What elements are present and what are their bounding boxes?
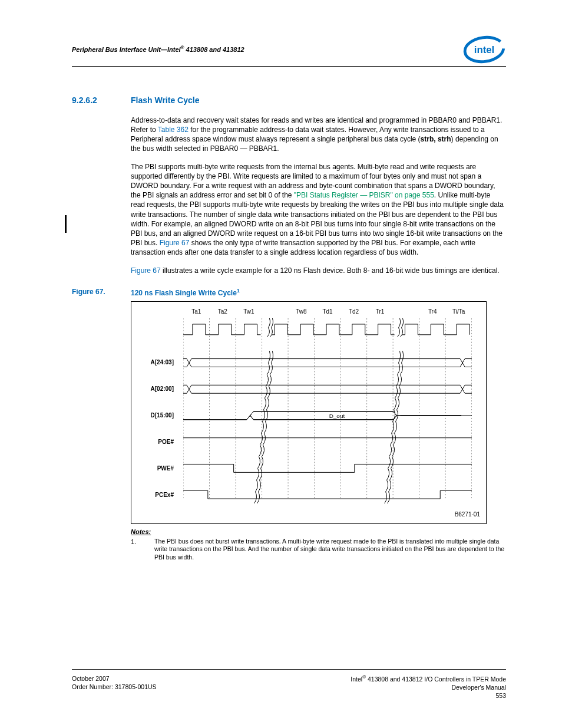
footer-page-num: 553	[351, 691, 506, 700]
tcol: Tr4	[419, 308, 446, 316]
footer-title: Intel® 413808 and 413812 I/O Controllers…	[351, 674, 506, 683]
running-head-post: 413808 and 413812	[184, 46, 244, 53]
footer-left: October 2007 Order Number: 317805-001US	[72, 674, 157, 700]
link-figure-67-a[interactable]: Figure 67	[160, 239, 190, 247]
signal-labels: A[24:03] A[02:00] D[15:00] POE# PWE# PCE…	[131, 318, 177, 523]
change-bar	[65, 215, 67, 233]
intel-logo: intel	[462, 35, 506, 64]
strb-strh: strb, strh	[421, 135, 451, 143]
diagram-id: B6271-01	[455, 510, 480, 519]
footer-right: Intel® 413808 and 413812 I/O Controllers…	[351, 674, 506, 700]
sig-pcex: PCEx#	[155, 491, 174, 499]
paragraph-3: Figure 67 illustrates a write cycle exam…	[131, 266, 506, 275]
notes-heading: Notes:	[131, 528, 506, 536]
tcol: Td1	[315, 308, 341, 316]
running-head-pre: Peripheral Bus Interface Unit—Intel	[72, 46, 181, 53]
figure-label: Figure 67.	[72, 287, 131, 298]
sig-pwe: PWE#	[157, 465, 174, 473]
tcol: Ta1	[183, 308, 210, 316]
page-header: Peripheral Bus Interface Unit—Intel® 413…	[72, 35, 506, 66]
note-1-num: 1.	[131, 538, 154, 562]
sig-d15-00: D[15:00]	[151, 411, 174, 420]
running-head: Peripheral Bus Interface Unit—Intel® 413…	[72, 45, 244, 54]
tcol: Tw8	[288, 308, 315, 316]
tcol	[393, 308, 419, 316]
footer-date: October 2007	[72, 674, 157, 683]
timing-diagram: Ta1 Ta2 Tw1 Tw8 Td1 Td2 Tr1 Tr4 Ti/Ta A[…	[131, 301, 487, 524]
tcol: Ta2	[210, 308, 236, 316]
waveforms: D_out	[183, 318, 472, 507]
tcol	[262, 308, 289, 316]
note-1-text: The PBI bus does not burst write transac…	[154, 538, 506, 562]
paragraph-1: Address-to-data and recovery wait states…	[131, 116, 506, 154]
figure-title: 120 ns Flash Single Write Cycle1	[131, 287, 240, 298]
link-figure-67-b[interactable]: Figure 67	[131, 266, 161, 275]
footer-manual: Developer's Manual	[351, 683, 506, 691]
section-title: Flash Write Cycle	[131, 95, 199, 106]
tcol: Tw1	[236, 308, 262, 316]
figure-caption: Figure 67. 120 ns Flash Single Write Cyc…	[72, 287, 506, 298]
page-footer: October 2007 Order Number: 317805-001US …	[72, 669, 506, 700]
timing-column-labels: Ta1 Ta2 Tw1 Tw8 Td1 Td2 Tr1 Tr4 Ti/Ta	[183, 308, 472, 316]
tcol: Ti/Ta	[445, 308, 472, 316]
link-table-362[interactable]: Table 362	[158, 126, 189, 134]
note-1: 1. The PBI bus does not burst write tran…	[131, 538, 506, 562]
figure-body: Ta1 Ta2 Tw1 Tw8 Td1 Td2 Tr1 Tr4 Ti/Ta A[…	[131, 301, 506, 524]
sig-poe: POE#	[158, 438, 174, 446]
link-pbisr[interactable]: "PBI Status Register — PBISR" on page 55…	[294, 191, 434, 199]
paragraph-2: The PBI supports multi-byte write reques…	[131, 162, 506, 258]
section-number: 9.2.6.2	[72, 95, 131, 106]
tcol: Tr1	[367, 308, 394, 316]
sig-a02-00: A[02:00]	[151, 385, 174, 393]
figure-notes: Notes: 1. The PBI bus does not burst wri…	[131, 528, 506, 562]
header-rule	[72, 66, 506, 67]
svg-text:intel: intel	[474, 44, 495, 55]
body-column: Address-to-data and recovery wait states…	[131, 116, 506, 275]
dout-label: D_out	[329, 413, 345, 419]
section-heading: 9.2.6.2 Flash Write Cycle	[72, 95, 506, 106]
tcol: Td2	[340, 308, 367, 316]
sig-a24-03: A[24:03]	[151, 358, 174, 367]
footer-order: Order Number: 317805-001US	[72, 683, 157, 691]
